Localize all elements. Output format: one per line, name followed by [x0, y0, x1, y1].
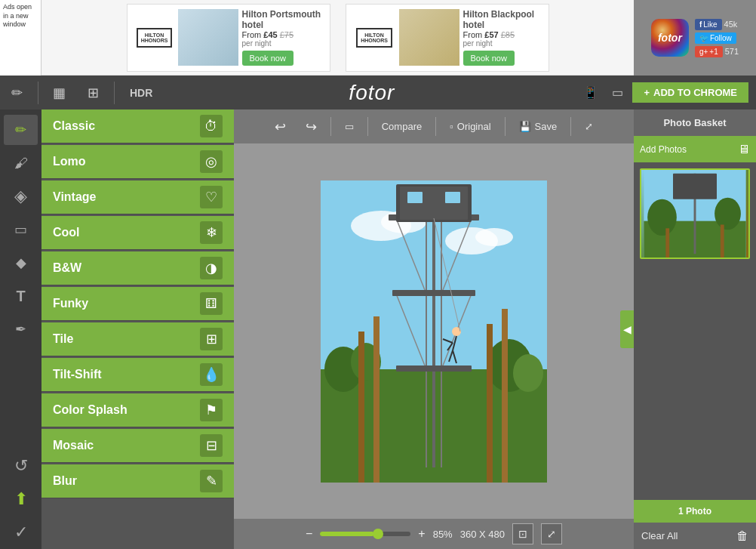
- mobile-icon-btn[interactable]: 📱: [579, 82, 602, 104]
- svg-rect-30: [502, 309, 508, 483]
- fb-like-btn[interactable]: f Like: [695, 19, 722, 30]
- undo-btn[interactable]: ↩: [269, 116, 292, 138]
- effect-lomo[interactable]: Lomo ◎: [41, 145, 234, 179]
- canvas-sep-3: [435, 117, 436, 136]
- effect-blur-icon: ✎: [200, 470, 223, 492]
- tool-check[interactable]: ✓: [4, 517, 38, 547]
- svg-rect-28: [373, 316, 380, 483]
- effect-vintage[interactable]: Vintage ♡: [41, 180, 234, 214]
- effect-bw-label: B&W: [53, 261, 81, 275]
- canvas-sep-2: [367, 117, 368, 136]
- canvas-footer: − + 85% 360 X 480 ⊡ ⤢: [234, 519, 634, 549]
- add-chrome-label: ADD TO CHROME: [653, 87, 737, 98]
- add-to-chrome-btn[interactable]: + ADD TO CHROME: [632, 82, 748, 103]
- hdr-btn[interactable]: HDR: [118, 87, 164, 99]
- fotor-logo: fotor: [651, 19, 689, 57]
- ad-hotel-2[interactable]: HILTON HHONORS Hilton Blackpool hotel Fr…: [346, 4, 549, 72]
- tool-sticker[interactable]: ◆: [4, 248, 38, 278]
- hotel-2-info: Hilton Blackpool hotel From £57 £85 per …: [459, 5, 545, 69]
- redo-btn[interactable]: ↪: [300, 116, 323, 138]
- add-photos-bar[interactable]: Add Photos 🖥 ◀: [634, 136, 756, 162]
- effect-color-splash[interactable]: Color Splash ⚑: [41, 393, 234, 427]
- effect-mosaic[interactable]: Mosaic ⊟: [41, 429, 234, 463]
- mobile-icon: 📱: [583, 85, 598, 100]
- zoom-slider[interactable]: [320, 532, 410, 536]
- compare-btn[interactable]: Compare: [376, 118, 428, 135]
- photo-thumb-1[interactable]: [640, 168, 750, 259]
- dim-cross: X: [479, 529, 486, 540]
- hotel-2-per-night: per night: [463, 39, 541, 48]
- svg-rect-22: [396, 365, 472, 372]
- hilton-logo-1: HILTON HHONORS: [131, 28, 178, 48]
- effect-bw[interactable]: B&W ◑: [41, 251, 234, 285]
- effect-tile[interactable]: Tile ⊞: [41, 322, 234, 356]
- effect-tilt-shift[interactable]: Tilt-Shift 💧: [41, 358, 234, 392]
- hotel-1-per-night: per night: [242, 39, 322, 48]
- expand-icon: ⤢: [547, 528, 556, 540]
- effect-cool[interactable]: Cool ❄: [41, 216, 234, 250]
- tool-upload[interactable]: ⬆: [4, 484, 38, 514]
- effect-bw-icon: ◑: [200, 257, 223, 279]
- expand-btn[interactable]: ⤢: [541, 523, 562, 544]
- save-label: Save: [535, 121, 558, 132]
- zoom-thumb[interactable]: [373, 529, 383, 539]
- effect-tile-icon: ⊞: [200, 328, 223, 350]
- gplus-icon: g+: [699, 48, 708, 56]
- twitter-icon: 🐦: [699, 34, 708, 42]
- tool-text[interactable]: T: [4, 281, 38, 311]
- effect-classic[interactable]: Classic ⏱: [41, 109, 234, 143]
- frame-icon-btn[interactable]: ▭: [339, 118, 360, 135]
- canvas-dims: 360 X 480: [460, 529, 505, 540]
- clear-all-bar[interactable]: Clear All 🗑: [634, 523, 756, 549]
- tool-undo-circle[interactable]: ↺: [4, 451, 38, 481]
- ad-hotel-1[interactable]: HILTON HHONORS Hilton Portsmouth hotel F…: [127, 4, 330, 72]
- fb-icon: f: [699, 20, 702, 29]
- hotel-1-price: From £45 £75: [242, 30, 322, 39]
- collage-btn[interactable]: ⊞: [76, 76, 110, 109]
- collapse-btn[interactable]: ◀: [620, 310, 634, 348]
- photos-grid: [634, 162, 756, 500]
- photo-basket-title: Photo Basket: [663, 117, 726, 128]
- tool-adjust[interactable]: ✒: [4, 314, 38, 344]
- undo-circle-icon: ↺: [14, 456, 28, 476]
- zoom-minus-btn[interactable]: −: [306, 527, 312, 541]
- fill-icon: ◈: [14, 187, 27, 206]
- original-btn[interactable]: ▫ Original: [444, 118, 496, 135]
- canvas-sep-1: [330, 117, 331, 136]
- gplus-btn[interactable]: g+ +1: [695, 46, 723, 57]
- effects-panel: Classic ⏱ Lomo ◎ Vintage ♡ Cool ❄ B&W ◑ …: [41, 109, 234, 549]
- original-label: Original: [457, 121, 491, 132]
- effect-blur[interactable]: Blur ✎: [41, 464, 234, 498]
- effect-funky-icon: ⚅: [200, 292, 223, 315]
- svg-rect-27: [358, 332, 364, 483]
- tool-edit[interactable]: ✏: [4, 115, 38, 145]
- twitter-follow-btn[interactable]: 🐦 Follow: [695, 32, 736, 44]
- fit-btn[interactable]: ⊡: [512, 523, 533, 544]
- tool-brush[interactable]: 🖌: [4, 148, 38, 178]
- save-btn[interactable]: 💾 Save: [513, 118, 564, 135]
- hotel-2-book-btn[interactable]: Book now: [463, 51, 515, 66]
- hotel-1-book-btn[interactable]: Book now: [242, 51, 293, 66]
- tool-frame[interactable]: ▭: [4, 214, 38, 245]
- text-icon: T: [16, 288, 25, 305]
- zoom-plus-btn[interactable]: +: [418, 527, 425, 541]
- edit-tool-btn[interactable]: ✏: [0, 76, 34, 109]
- hotel-2-title: Hilton Blackpool hotel: [463, 9, 541, 30]
- layout-btn[interactable]: ▦: [42, 76, 76, 109]
- effect-vintage-icon: ♡: [200, 186, 223, 208]
- tablet-icon-btn[interactable]: ▭: [606, 82, 628, 104]
- zoom-fill: [320, 532, 374, 536]
- plus-icon: +: [644, 87, 650, 98]
- effect-tilt-shift-label: Tilt-Shift: [53, 368, 102, 381]
- hotel-2-price: From £57 £85: [463, 30, 541, 39]
- tool-fill[interactable]: ◈: [4, 181, 38, 211]
- svg-rect-41: [673, 174, 717, 199]
- main-toolbar: ✏ ▦ ⊞ HDR fotor 📱 ▭ + ADD TO CHROME: [0, 76, 756, 109]
- effect-tilt-shift-icon: 💧: [200, 363, 223, 386]
- fullscreen-btn[interactable]: ⤢: [579, 118, 599, 135]
- effect-classic-label: Classic: [53, 119, 95, 133]
- ad-sidebar: Ads open in a new window: [0, 0, 41, 76]
- effect-lomo-icon: ◎: [200, 150, 223, 173]
- left-tools-panel: ✏ 🖌 ◈ ▭ ◆ T ✒ ↺ ⬆ ✓: [0, 109, 41, 549]
- effect-funky[interactable]: Funky ⚅: [41, 287, 234, 321]
